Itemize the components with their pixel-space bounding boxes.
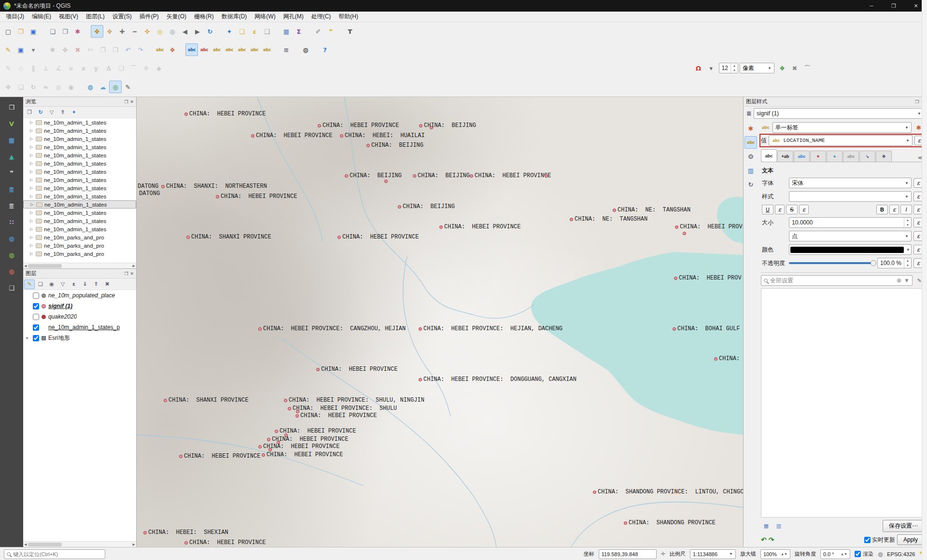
tab-background[interactable]: ● [827, 151, 843, 162]
cut-features[interactable]: ✄ [84, 43, 97, 56]
font-style-select[interactable]: ▼ [789, 191, 912, 202]
underline-toggle[interactable]: U [762, 205, 773, 214]
minimize-button[interactable]: ─ [860, 0, 883, 12]
style-undo-icon[interactable]: ↶ [761, 536, 767, 544]
deselect-all[interactable]: ❑ [261, 25, 273, 38]
menu-item[interactable]: 帮助(H) [335, 11, 362, 22]
expand-all-layers[interactable]: ⇓ [80, 280, 90, 289]
refresh-map[interactable]: ↻ [204, 25, 216, 38]
expander-icon[interactable]: ▷ [30, 235, 34, 239]
scale-select[interactable]: 1:1134886▼ [690, 549, 736, 559]
collapse-all-layers[interactable]: ⇑ [91, 280, 101, 289]
panel-dock-icon[interactable]: ❐ [124, 99, 128, 104]
maximize-button[interactable]: ❐ [883, 0, 905, 12]
browser-tree-item[interactable]: ▷ ne_10m_admin_1_states [23, 192, 136, 200]
expander-icon[interactable]: ▷ [30, 219, 34, 223]
expander-icon[interactable]: ▷ [30, 194, 34, 198]
cad-burst[interactable]: ✲ [140, 62, 153, 74]
new-text-annotation[interactable]: T [344, 25, 356, 38]
topological-editing[interactable]: ❖ [776, 62, 788, 74]
manage-map-themes[interactable]: ◉ [46, 280, 57, 289]
new-project[interactable]: ▢ [2, 25, 14, 38]
new-shapefile-layer[interactable]: ❑ [3, 280, 20, 295]
tab-callouts[interactable]: ↘ [859, 151, 875, 162]
open-layer-styling[interactable]: ✎ [24, 280, 35, 289]
measure-azimuth[interactable]: ✎ [122, 81, 134, 93]
cad-angle-constraint[interactable]: ∠ [52, 62, 65, 74]
paste-features[interactable]: ❒ [109, 43, 122, 56]
dock-grid-button[interactable]: ▦ [761, 521, 772, 531]
rotate-feature[interactable]: ↻ [27, 81, 40, 93]
diagrams-tab[interactable]: ▥ [744, 164, 757, 177]
expander-icon[interactable]: ▷ [30, 178, 34, 182]
expander-icon[interactable]: ▷ [30, 243, 34, 248]
browser-tree-item[interactable]: ▷ ne_10m_admin_1_states [23, 200, 136, 209]
zoom-last[interactable]: ◀ [179, 25, 191, 38]
save-style-button[interactable]: 保存设置⋯ [883, 520, 924, 532]
cad-triangle[interactable]: ◆ [153, 62, 165, 74]
delete-selected[interactable]: ✖ [71, 43, 84, 56]
cad-distance-constraint[interactable]: ⌀ [65, 62, 77, 74]
zoom-next[interactable]: ▶ [191, 25, 204, 38]
move-feature[interactable]: ✥ [2, 81, 14, 93]
add-wcs-layer[interactable]: ◍ [3, 264, 20, 279]
layer-visibility-checkbox[interactable] [33, 314, 39, 320]
cad-arc[interactable]: ⌒ [127, 62, 140, 74]
menu-item[interactable]: 插件(P) [136, 11, 163, 22]
settings-search-box[interactable]: 全部设置 ⊗ ▼ [761, 275, 913, 286]
font-color-picker[interactable]: ▼ [789, 244, 912, 255]
slider-handle[interactable] [871, 260, 876, 266]
snapping-toggle[interactable]: Ω [692, 62, 705, 74]
tabs-scroll-left-icon[interactable]: ◀ [918, 155, 921, 160]
pan-to-selection[interactable]: ✥ [103, 25, 116, 38]
menu-item[interactable]: 编辑(E) [28, 11, 55, 22]
browser-tree-item[interactable]: ▷ ne_10m_admin_1_states [23, 225, 136, 233]
change-label-properties[interactable]: abc [261, 43, 273, 56]
menu-item[interactable]: 项目(J) [2, 11, 28, 22]
layers-hscrollbar[interactable]: ◀▶ [23, 541, 136, 547]
enable-tracing[interactable]: ⌒ [801, 62, 814, 74]
menu-item[interactable]: 矢量(O) [163, 11, 190, 22]
open-attribute-table[interactable]: ▦ [280, 25, 293, 38]
snapping-options[interactable]: ▾ [705, 62, 717, 74]
zoom-to-selection[interactable]: ◎ [154, 25, 166, 38]
layer-row[interactable]: ne_10m_admin_1_states_p [23, 322, 136, 333]
layer-labeling[interactable]: abc [154, 43, 166, 56]
expander-icon[interactable]: ▷ [30, 120, 34, 125]
browser-tree-item[interactable]: ▷ ne_10m_admin_1_states [23, 168, 136, 176]
data-defined-override-button[interactable]: ε [799, 205, 809, 214]
expander-icon[interactable]: ▷ [30, 128, 34, 133]
locate-input[interactable] [13, 551, 102, 557]
cloud-export[interactable]: ☁ [97, 81, 109, 93]
copy-features[interactable]: ❐ [97, 43, 109, 56]
undo[interactable]: ↶ [122, 43, 134, 56]
label-field-select[interactable]: abc LOCATION_NAME ▼ [769, 135, 913, 146]
toggle-editing[interactable]: ✎ [2, 43, 14, 56]
browser-tree-item[interactable]: ▷ ne_10m_admin_1_states [23, 159, 136, 168]
opacity-spinner[interactable]: 100.0 % ▲▼ [877, 258, 912, 268]
select-by-expression[interactable]: ε [248, 25, 261, 38]
globe-view[interactable]: ◍ [84, 81, 97, 93]
browser-tree-item[interactable]: ▷ ne_10m_admin_1_states [23, 184, 136, 192]
cad-common-angle-snap[interactable]: ∆ [102, 62, 115, 74]
layer-row[interactable]: signif (1) [23, 301, 136, 311]
add-vector-layer[interactable]: V [3, 116, 20, 131]
db-manager[interactable]: ≡ [280, 43, 293, 56]
snapping-on-intersection[interactable]: ✖ [788, 62, 801, 74]
strikethrough-toggle[interactable]: S [786, 205, 798, 214]
add-spatialite-layer[interactable]: ≣ [3, 198, 20, 213]
coordinate-box[interactable]: 119.589,39.848 [599, 549, 657, 559]
spinner-arrows[interactable]: ▲▼ [730, 63, 738, 73]
filter-legend[interactable]: ▽ [57, 280, 68, 289]
add-mesh-layer[interactable]: ▲ [3, 149, 20, 164]
style-redo-icon[interactable]: ↷ [769, 536, 774, 544]
cad-parallel[interactable]: ∥ [27, 62, 40, 74]
snapping-tolerance-spinner[interactable]: 12 ▲▼ [719, 63, 738, 73]
browser-tree-item[interactable]: ▷ ne_10m_parks_and_pro [23, 233, 136, 241]
redo[interactable]: ↷ [134, 43, 147, 56]
zoom-full[interactable]: ✜ [141, 25, 154, 38]
panel-dock-icon[interactable]: ❐ [124, 271, 128, 276]
help-contents[interactable]: ? [319, 43, 331, 56]
styling-layer-select[interactable]: signif (1)▼ [754, 108, 924, 119]
italic-toggle[interactable]: I [900, 205, 912, 214]
